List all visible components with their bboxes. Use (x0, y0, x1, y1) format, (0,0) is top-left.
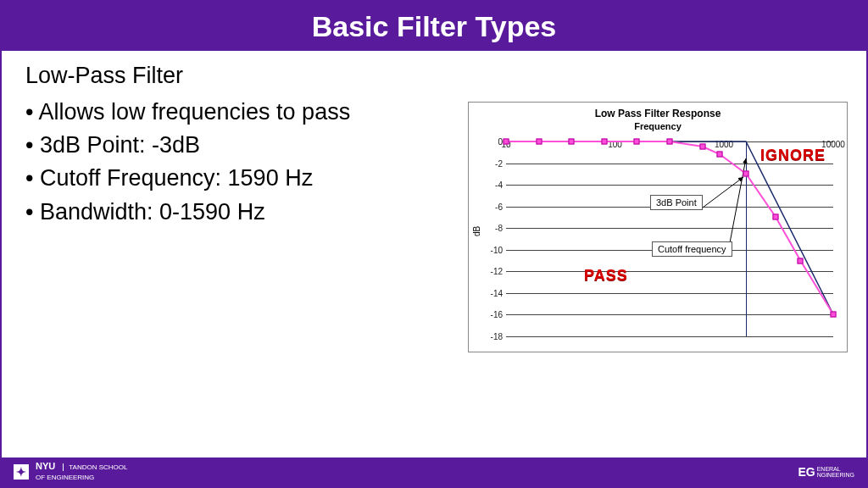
annotation-3db: 3dB Point (650, 195, 703, 210)
ytick: -4 (477, 180, 503, 190)
ignore-label: IGNORE (760, 147, 826, 164)
ytick: -14 (477, 288, 503, 297)
ytick: -10 (477, 245, 503, 254)
chart: Low Pass Filter Response Frequency dB 0 … (468, 102, 848, 352)
bullet-item: 3dB Point: -3dB (25, 129, 466, 162)
slide-title: Basic Filter Types (2, 2, 866, 51)
nyu-torch-icon: ✦ (14, 464, 29, 480)
slide: Basic Filter Types Low-Pass Filter Allow… (0, 0, 868, 488)
annotation-cutoff: Cutoff frequency (652, 241, 732, 257)
bullet-item: Bandwidth: 0-1590 Hz (25, 196, 466, 229)
ytick: -8 (477, 224, 503, 233)
footer: ✦ NYU TANDON SCHOOL OF ENGINEERING EG EN… (2, 458, 866, 486)
section-heading: Low-Pass Filter (25, 59, 466, 92)
ytick: -6 (477, 202, 503, 211)
nyu-name: NYU (36, 461, 55, 471)
pass-label: PASS (584, 267, 628, 285)
chart-lines (506, 141, 833, 336)
ytick: -2 (477, 158, 503, 168)
bullet-item: Cutoff Frequency: 1590 Hz (25, 162, 466, 195)
chart-plot-area: 0 -2 -4 -6 -8 -10 -12 -14 -16 -18 10 100… (506, 141, 833, 336)
ytick: -18 (477, 332, 503, 341)
bullet-item: Allows low frequencies to pass (25, 96, 466, 129)
ytick: -16 (477, 310, 503, 319)
eg-small: ENERAL NGINEERING (817, 466, 854, 478)
chart-title: Low Pass Filter Response (469, 108, 847, 119)
ytick: 0 (477, 137, 503, 147)
ytick: -12 (477, 267, 503, 276)
nyu-logo-block: ✦ NYU TANDON SCHOOL OF ENGINEERING (14, 462, 128, 481)
eg-big: EG (798, 465, 815, 479)
eg-logo: EG ENERAL NGINEERING (798, 465, 854, 479)
content-block: Low-Pass Filter Allows low frequencies t… (25, 59, 466, 229)
chart-subtitle: Frequency (469, 121, 847, 131)
